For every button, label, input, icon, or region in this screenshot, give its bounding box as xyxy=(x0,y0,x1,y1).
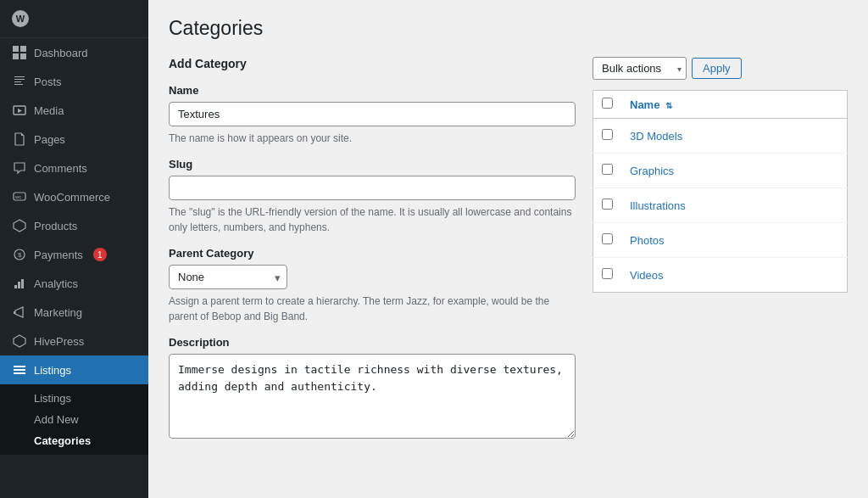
row-checkbox-cell xyxy=(593,119,622,154)
slug-field-group: Slug The "slug" is the URL-friendly vers… xyxy=(169,158,576,235)
row-checkbox-cell xyxy=(593,154,622,188)
bulk-actions-bar: Bulk actions Delete ▾ Apply xyxy=(593,57,848,80)
sidebar-item-comments[interactable]: Comments xyxy=(0,154,148,182)
row-name-cell: 3D Models xyxy=(621,119,848,154)
table-row: 3D Models xyxy=(593,119,848,154)
sidebar-item-label: Products xyxy=(34,220,77,232)
col-name-label: Name xyxy=(630,98,659,111)
select-all-checkbox[interactable] xyxy=(602,98,613,109)
row-checkbox[interactable] xyxy=(602,199,613,210)
category-name-link[interactable]: Graphics xyxy=(630,165,674,177)
table-row: Videos xyxy=(593,258,848,293)
name-field-group: Name The name is how it appears on your … xyxy=(169,84,576,146)
row-checkbox[interactable] xyxy=(602,268,613,279)
category-name-link[interactable]: Photos xyxy=(630,234,664,247)
sidebar-item-woocommerce[interactable]: wc WooCommerce xyxy=(0,182,148,211)
slug-hint: The "slug" is the URL-friendly version o… xyxy=(169,204,576,235)
right-panel: Bulk actions Delete ▾ Apply xyxy=(593,57,848,453)
svg-rect-10 xyxy=(14,285,17,288)
add-category-form: Add Category Name The name is how it app… xyxy=(169,57,576,453)
description-label: Description xyxy=(169,336,576,349)
sidebar-item-payments[interactable]: $ Payments 1 xyxy=(0,240,148,269)
comments-icon xyxy=(12,160,27,176)
row-checkbox[interactable] xyxy=(602,164,613,175)
posts-icon xyxy=(12,74,27,89)
sidebar-item-analytics[interactable]: Analytics xyxy=(0,269,148,298)
sidebar-item-dashboard[interactable]: Dashboard xyxy=(0,38,148,67)
sidebar-item-label: Pages xyxy=(34,133,65,146)
svg-marker-13 xyxy=(14,335,25,347)
payments-badge: 1 xyxy=(93,248,107,261)
row-name-cell: Videos xyxy=(621,258,848,293)
name-hint: The name is how it appears on your site. xyxy=(169,131,576,146)
sidebar-submenu: Listings Add New Categories xyxy=(0,384,148,455)
sidebar-item-posts[interactable]: Posts xyxy=(0,67,148,96)
parent-select[interactable]: None 3D Models Graphics Illustrations Ph… xyxy=(169,265,287,289)
row-checkbox-cell xyxy=(593,258,622,293)
sidebar-item-label: Comments xyxy=(34,162,87,175)
row-name-cell: Graphics xyxy=(621,154,848,188)
hivepress-icon xyxy=(12,333,27,349)
svg-rect-16 xyxy=(14,372,25,374)
listings-icon xyxy=(12,362,27,378)
categories-table: Name ⇅ 3D Models Graphics xyxy=(593,90,848,293)
sidebar-logo[interactable]: W xyxy=(0,0,148,38)
slug-input[interactable] xyxy=(169,176,576,200)
form-title: Add Category xyxy=(169,57,576,70)
woocommerce-icon: wc xyxy=(12,189,27,204)
slug-label: Slug xyxy=(169,158,576,171)
apply-button[interactable]: Apply xyxy=(692,58,742,79)
svg-marker-5 xyxy=(18,109,22,113)
payments-icon: $ xyxy=(12,247,27,262)
sidebar-item-hivepress[interactable]: HivePress xyxy=(0,327,148,355)
svg-text:$: $ xyxy=(18,251,22,259)
wp-logo: W xyxy=(12,10,29,27)
sidebar-item-products[interactable]: Products xyxy=(0,211,148,240)
main-content-area: Categories Add Category Name The name is… xyxy=(148,0,868,498)
category-name-link[interactable]: Videos xyxy=(630,269,664,282)
marketing-icon xyxy=(12,305,27,320)
sidebar-sub-categories[interactable]: Categories xyxy=(0,430,148,451)
sidebar-sub-listings[interactable]: Listings xyxy=(0,388,148,409)
description-field-group: Description Immerse designs in tactile r… xyxy=(169,336,576,441)
col-header-checkbox xyxy=(593,91,622,119)
svg-rect-2 xyxy=(13,53,19,59)
row-name-cell: Photos xyxy=(621,223,848,258)
svg-rect-1 xyxy=(20,46,26,52)
sidebar-item-label: Dashboard xyxy=(34,47,88,59)
dashboard-icon xyxy=(12,45,27,60)
parent-field-group: Parent Category None 3D Models Graphics … xyxy=(169,247,576,324)
analytics-icon xyxy=(12,276,27,291)
page-title: Categories xyxy=(169,17,848,40)
row-checkbox-cell xyxy=(593,188,622,223)
category-name-link[interactable]: Illustrations xyxy=(630,199,686,212)
sidebar-item-media[interactable]: Media xyxy=(0,96,148,125)
description-textarea[interactable]: Immerse designs in tactile richness with… xyxy=(169,354,576,439)
table-row: Graphics xyxy=(593,154,848,188)
pages-icon xyxy=(12,131,27,147)
sidebar-item-label: Payments xyxy=(34,249,83,261)
sidebar-item-marketing[interactable]: Marketing xyxy=(0,298,148,327)
row-checkbox[interactable] xyxy=(602,233,613,244)
sidebar: W Dashboard Posts Media Pages Comments w… xyxy=(0,0,148,498)
sidebar-item-pages[interactable]: Pages xyxy=(0,125,148,154)
sidebar-item-label: Marketing xyxy=(34,306,82,319)
sidebar-item-listings[interactable]: Listings xyxy=(0,355,148,384)
name-input[interactable] xyxy=(169,102,576,126)
sidebar-item-label: HivePress xyxy=(34,335,84,348)
bulk-actions-select[interactable]: Bulk actions Delete xyxy=(593,57,687,80)
parent-label: Parent Category xyxy=(169,247,576,260)
svg-rect-14 xyxy=(14,366,25,367)
category-name-link[interactable]: 3D Models xyxy=(630,130,682,143)
table-row: Photos xyxy=(593,223,848,258)
row-checkbox[interactable] xyxy=(602,129,613,140)
table-row: Illustrations xyxy=(593,188,848,223)
parent-select-wrapper: None 3D Models Graphics Illustrations Ph… xyxy=(169,265,287,289)
sidebar-sub-add-new[interactable]: Add New xyxy=(0,409,148,430)
svg-rect-11 xyxy=(18,282,20,288)
products-icon xyxy=(12,218,27,233)
sidebar-item-label: Listings xyxy=(34,364,71,377)
col-header-name: Name ⇅ xyxy=(621,91,848,119)
sidebar-item-label: Analytics xyxy=(34,277,78,290)
svg-rect-15 xyxy=(14,369,25,371)
